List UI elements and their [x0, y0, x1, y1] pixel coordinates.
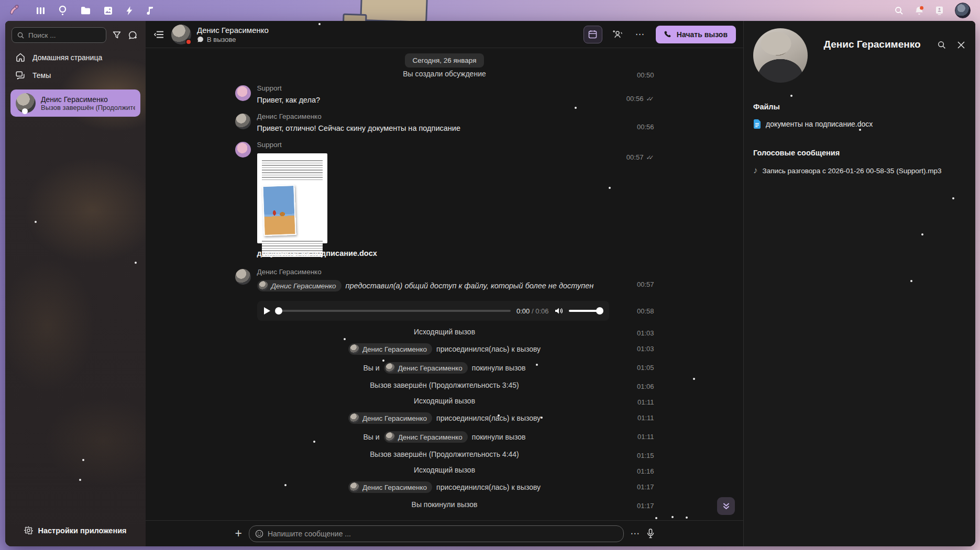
sidebar-item-home[interactable]: Домашняя страница [5, 48, 146, 66]
sender-avatar[interactable] [235, 114, 251, 129]
search-launcher-icon[interactable] [58, 5, 68, 16]
call-event-row: Вызов завершён (Продолжительность 3:45) … [235, 377, 654, 393]
sender-avatar[interactable] [235, 142, 251, 158]
contacts-icon[interactable] [935, 6, 944, 15]
seek-thumb[interactable] [275, 307, 282, 315]
bolt-icon[interactable] [126, 6, 133, 16]
scroll-to-bottom-button[interactable] [717, 497, 735, 515]
chat-area: Денис Герасименко В вызове ⋯ [146, 21, 743, 546]
gallery-icon[interactable] [104, 6, 113, 15]
mention-avatar [350, 413, 359, 423]
notifications-bell-icon[interactable] [915, 6, 924, 16]
home-icon [16, 53, 25, 62]
play-button[interactable] [264, 307, 270, 315]
sidebar-item-label: Домашняя страница [32, 53, 102, 62]
microphone-icon[interactable] [647, 529, 654, 538]
message-time: 01:16 [637, 467, 654, 475]
user-mention-pill[interactable]: Денис Герасименко [384, 362, 468, 374]
gear-icon [24, 526, 33, 535]
app-settings-button[interactable]: Настройки приложения [5, 517, 146, 546]
message-time: 01:17 [637, 502, 654, 510]
mention-name: Денис Герасименко [362, 484, 427, 491]
user-mention-pill[interactable]: Денис Герасименко [257, 280, 342, 291]
call-event-text: Вызов завершён (Продолжительность 3:45) [370, 381, 519, 389]
user-mention-pill[interactable]: Денис Герасименко [384, 431, 468, 443]
header-more-button[interactable]: ⋯ [634, 28, 646, 41]
emoji-icon[interactable] [255, 530, 263, 538]
header-chat-name: Денис Герасименко [197, 26, 269, 35]
header-status-text: В вызове [207, 36, 236, 43]
call-event-row: Денис Герасименко присоединился(лась) к … [235, 409, 654, 428]
call-event-text: присоединился(лась) к вызову [436, 345, 541, 353]
add-people-button[interactable] [611, 29, 624, 40]
chat-item-name: Денис Герасименко [41, 95, 135, 104]
document-photo [262, 185, 296, 236]
call-event-row: Исходящий вызов 01:03 [235, 324, 654, 340]
user-mention-pill[interactable]: Денис Герасименко [348, 412, 432, 424]
volume-icon[interactable] [555, 307, 563, 315]
start-call-button[interactable]: Начать вызов [656, 26, 736, 43]
calendar-button[interactable] [583, 26, 602, 43]
composer-more-button[interactable]: ⋯ [631, 528, 640, 539]
message-text: Привет, отлично! Сейчас скину документы … [257, 123, 654, 134]
collapse-sidebar-icon[interactable] [153, 29, 166, 40]
sender-name: Денис Герасименко [257, 106, 654, 123]
audio-position: 0:00 [516, 307, 530, 315]
composer-bar: + ⋯ [146, 520, 743, 546]
file-message-row: Support документы на подписание.docx 00:… [235, 134, 654, 262]
attach-plus-button[interactable]: + [235, 527, 242, 540]
header-avatar[interactable] [171, 25, 191, 44]
call-event-text: Вызов завершён (Продолжительность 4:44) [370, 450, 519, 458]
sender-name: Support [257, 78, 654, 95]
profile-avatar[interactable] [753, 28, 808, 83]
sender-avatar[interactable] [235, 85, 251, 101]
settings-label: Настройки приложения [38, 526, 126, 535]
message-time: 00:56 [637, 123, 654, 131]
sender-avatar[interactable] [235, 269, 251, 285]
sidebar-item-topics[interactable]: Темы [5, 66, 146, 84]
volume-thumb[interactable] [596, 307, 603, 315]
panel-search-icon[interactable] [937, 40, 947, 50]
app-grid-icon[interactable] [36, 6, 45, 15]
search-icon [17, 32, 24, 39]
file-list-item[interactable]: документы на подписание.docx [753, 119, 966, 129]
new-chat-button[interactable] [127, 30, 139, 41]
voice-list-item[interactable]: ♪ Запись разговора с 2026-01-26 00-58-35… [753, 165, 966, 176]
search-input[interactable] [28, 31, 101, 39]
sender-name: Денис Герасименко [257, 262, 654, 278]
volume-slider[interactable] [569, 310, 602, 312]
call-event-text: Исходящий вызов [414, 397, 475, 405]
call-event-row: Вызов завершён (Продолжительность 4:44) … [235, 446, 654, 462]
document-preview[interactable] [257, 153, 327, 243]
files-icon[interactable] [81, 6, 91, 15]
close-icon[interactable] [956, 40, 966, 50]
files-section-header: Файлы [753, 103, 966, 111]
panel-title: Денис Герасименко [808, 39, 937, 50]
taskbar-search-icon[interactable] [895, 6, 904, 15]
voice-file-name: Запись разговора с 2026-01-26 00-58-35 (… [763, 167, 942, 175]
chevron-double-down-icon [722, 502, 730, 510]
message-time: 00:57 [626, 153, 644, 161]
call-event-row: Исходящий вызов 01:16 [235, 462, 654, 478]
music-icon[interactable] [146, 6, 154, 15]
attachment-filename[interactable]: документы на подписание.docx [257, 248, 654, 262]
topics-icon [16, 71, 25, 80]
message-list: Сегодня, 26 января Вы создали обсуждение… [146, 48, 743, 520]
music-note-icon: ♪ [753, 165, 758, 176]
message-time: 00:56 [626, 95, 644, 103]
call-event-text: присоединился(лась) к вызову [436, 483, 541, 491]
seek-bar[interactable] [276, 310, 511, 312]
taskbar-user-avatar[interactable] [955, 3, 971, 18]
user-mention-pill[interactable]: Денис Герасименко [348, 481, 432, 493]
message-row: Денис Герасименко Привет, отлично! Сейча… [235, 106, 654, 134]
message-time: 01:15 [637, 452, 654, 459]
system-message-row: Вы создали обсуждение 00:50 [235, 70, 654, 78]
call-event-row: Вы и Денис Герасименко покинули вызов 01… [235, 358, 654, 377]
filter-button[interactable] [112, 30, 122, 40]
taskbar-right-icons [895, 3, 971, 18]
sidebar-chat-item-denis[interactable]: Денис Герасименко Вызов завершён (Продол… [10, 89, 140, 117]
message-input[interactable] [268, 530, 618, 538]
app-logo-icon[interactable] [7, 3, 23, 18]
user-mention-pill[interactable]: Денис Герасименко [348, 343, 432, 355]
call-event-row: Вы и Денис Герасименко покинули вызов 01… [235, 428, 654, 446]
